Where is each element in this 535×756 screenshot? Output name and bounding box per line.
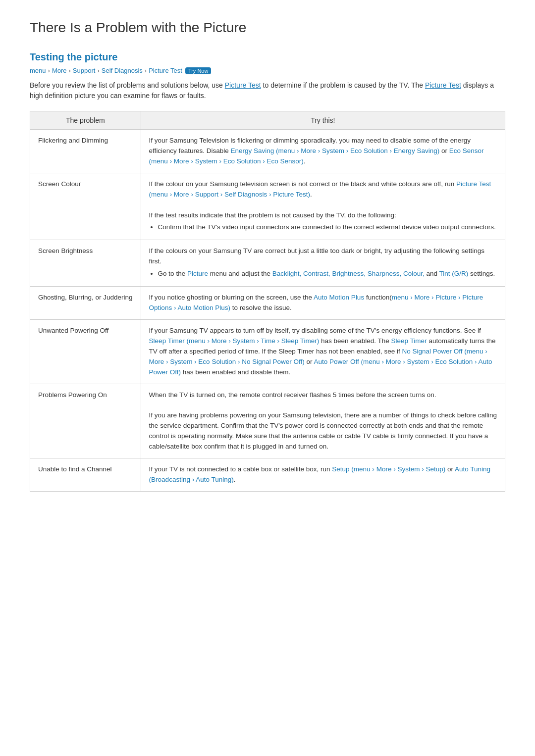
solution-text: If the colours on your Samsung TV are co… xyxy=(141,240,505,287)
sep1: › xyxy=(48,67,50,74)
table-row: Unwanted Powering Off If your Samsung TV… xyxy=(30,319,505,384)
problem-label: Screen Colour xyxy=(30,173,141,240)
table-row: Ghosting, Blurring, or Juddering If you … xyxy=(30,287,505,320)
try-now-badge[interactable]: Try Now xyxy=(185,67,212,74)
breadcrumb-menu[interactable]: menu xyxy=(30,67,46,74)
problem-label: Screen Brightness xyxy=(30,240,141,287)
table-row: Flickering and Dimming If your Samsung T… xyxy=(30,130,505,173)
solution-text: When the TV is turned on, the remote con… xyxy=(141,384,505,458)
table-row: Problems Powering On When the TV is turn… xyxy=(30,384,505,458)
solution-text: If your Samsung TV appears to turn off b… xyxy=(141,319,505,384)
solution-text: If your TV is not connected to a cable b… xyxy=(141,458,505,492)
page-title: There Is a Problem with the Picture xyxy=(30,20,505,36)
problem-label: Problems Powering On xyxy=(30,384,141,458)
table-row: Unable to find a Channel If your TV is n… xyxy=(30,458,505,492)
breadcrumb-more[interactable]: More xyxy=(52,67,67,74)
breadcrumb-support[interactable]: Support xyxy=(73,67,96,74)
solution-text: If the colour on your Samsung television… xyxy=(141,173,505,240)
breadcrumb: menu › More › Support › Self Diagnosis ›… xyxy=(30,67,505,74)
solution-text: If you notice ghosting or blurring on th… xyxy=(141,287,505,320)
table-row: Screen Brightness If the colours on your… xyxy=(30,240,505,287)
problem-label: Unable to find a Channel xyxy=(30,458,141,492)
breadcrumb-selfdiag[interactable]: Self Diagnosis xyxy=(102,67,143,74)
sep2: › xyxy=(69,67,71,74)
col-solution: Try this! xyxy=(141,111,505,130)
problem-label: Unwanted Powering Off xyxy=(30,319,141,384)
sep3: › xyxy=(97,67,99,74)
sep4: › xyxy=(145,67,147,74)
table-row: Screen Colour If the colour on your Sams… xyxy=(30,173,505,240)
intro-text: Before you review the list of problems a… xyxy=(30,80,505,101)
breadcrumb-picturetest[interactable]: Picture Test xyxy=(149,67,182,74)
problem-label: Flickering and Dimming xyxy=(30,130,141,173)
solution-text: If your Samsung Television is flickering… xyxy=(141,130,505,173)
problem-label: Ghosting, Blurring, or Juddering xyxy=(30,287,141,320)
col-problem: The problem xyxy=(30,111,141,130)
problem-solution-table: The problem Try this! Flickering and Dim… xyxy=(30,111,505,492)
section-title: Testing the picture xyxy=(30,51,505,63)
